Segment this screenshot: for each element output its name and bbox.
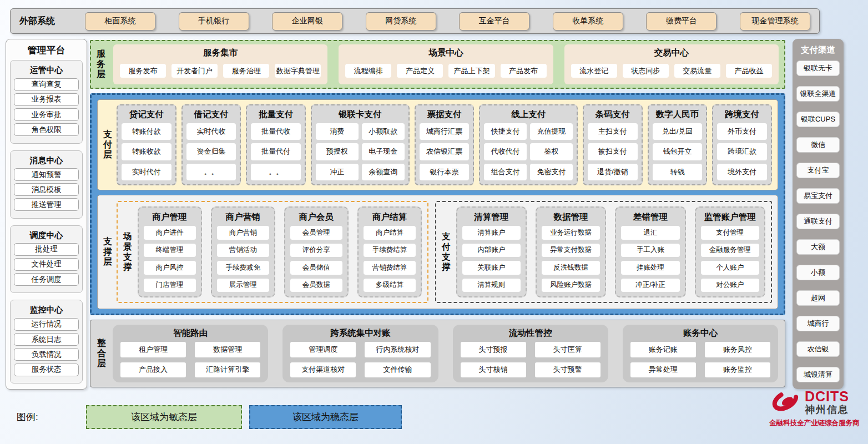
- payment-item-button[interactable]: 批量代收: [251, 123, 301, 140]
- support-item-button[interactable]: 异常支付数据: [542, 244, 600, 258]
- payment-item-button[interactable]: 境外支付: [717, 164, 767, 180]
- management-item-button[interactable]: 批处理: [14, 243, 79, 256]
- integration-item-button[interactable]: 头寸预报: [461, 342, 526, 357]
- support-item-button[interactable]: 门店管理: [144, 279, 196, 292]
- payment-item-button[interactable]: 转账收款: [122, 143, 171, 160]
- service-item-button[interactable]: 产品发布: [501, 64, 547, 78]
- payment-item-button[interactable]: 充值提现: [530, 123, 573, 140]
- integration-item-button[interactable]: 租户管理: [120, 342, 186, 357]
- service-item-button[interactable]: 流程编排: [345, 64, 391, 78]
- integration-item-button[interactable]: 汇路计算引擎: [195, 362, 260, 378]
- integration-item-button[interactable]: 支付渠道核对: [290, 362, 356, 378]
- payment-item-button[interactable]: 余额查询: [362, 164, 405, 180]
- support-item-button[interactable]: 商户结算: [364, 226, 416, 240]
- support-item-button[interactable]: 评价分享: [290, 244, 342, 258]
- payment-item-button[interactable]: 快捷支付: [484, 123, 527, 140]
- integration-item-button[interactable]: 异常处理: [630, 362, 696, 378]
- payment-channel-button[interactable]: 支付宝: [796, 163, 840, 178]
- support-item-button[interactable]: 会员管理: [290, 226, 342, 240]
- payment-item-button[interactable]: 鉴权: [530, 143, 573, 160]
- integration-item-button[interactable]: 管理调度: [290, 342, 356, 357]
- service-item-button[interactable]: 产品上下架: [448, 64, 494, 78]
- payment-channel-button[interactable]: 微信: [796, 137, 840, 153]
- support-item-button[interactable]: 商户进件: [144, 226, 196, 240]
- support-item-button[interactable]: 风险账户数据: [542, 279, 600, 292]
- support-item-button[interactable]: 关联账户: [462, 261, 521, 275]
- payment-channel-button[interactable]: 城商行: [796, 316, 840, 331]
- support-item-button[interactable]: 支付管理: [701, 226, 759, 240]
- support-item-button[interactable]: 个人账户: [701, 261, 759, 275]
- support-item-button[interactable]: 对公账户: [701, 279, 759, 292]
- integration-item-button[interactable]: 账务风控: [705, 342, 770, 357]
- service-item-button[interactable]: 流水登记: [571, 64, 617, 78]
- external-system-button[interactable]: 互金平台: [459, 12, 529, 31]
- management-item-button[interactable]: 消息模板: [14, 183, 79, 196]
- payment-item-button[interactable]: 。。: [251, 164, 301, 180]
- payment-channel-button[interactable]: 小额: [796, 265, 840, 280]
- payment-item-button[interactable]: 钱包开立: [653, 143, 703, 160]
- support-item-button[interactable]: 营销费结算: [364, 261, 416, 275]
- payment-channel-button[interactable]: 超网: [796, 290, 840, 306]
- integration-item-button[interactable]: 头寸匡算: [535, 342, 600, 357]
- integration-item-button[interactable]: 头寸预警: [535, 362, 600, 378]
- support-item-button[interactable]: 反洗钱数据: [542, 261, 600, 275]
- integration-item-button[interactable]: 文件传输: [365, 362, 430, 378]
- support-item-button[interactable]: 冲正/补正: [621, 279, 679, 292]
- support-item-button[interactable]: 展示管理: [217, 279, 269, 292]
- service-item-button[interactable]: 服务发布: [120, 64, 166, 78]
- integration-item-button[interactable]: 账务记账: [630, 342, 696, 357]
- support-item-button[interactable]: 商户风控: [144, 261, 196, 275]
- support-item-button[interactable]: 会员储值: [290, 261, 342, 275]
- support-item-button[interactable]: 终端管理: [144, 244, 196, 258]
- external-system-button[interactable]: 企业网银: [272, 12, 342, 31]
- support-item-button[interactable]: 清算账户: [462, 226, 521, 240]
- support-item-button[interactable]: 商户营销: [217, 226, 269, 240]
- external-system-button[interactable]: 柜面系统: [85, 12, 155, 31]
- external-system-button[interactable]: 缴费平台: [646, 12, 716, 31]
- service-item-button[interactable]: 服务治理: [223, 64, 269, 78]
- payment-item-button[interactable]: 冲正: [316, 164, 359, 180]
- support-item-button[interactable]: 挂账处理: [621, 261, 679, 275]
- support-item-button[interactable]: 手续费结算: [364, 244, 416, 258]
- management-item-button[interactable]: 角色权限: [14, 123, 79, 136]
- service-item-button[interactable]: 状态同步: [623, 64, 669, 78]
- management-item-button[interactable]: 查询查复: [14, 78, 79, 91]
- management-item-button[interactable]: 任务调度: [14, 273, 79, 286]
- management-item-button[interactable]: 通知预警: [14, 168, 79, 181]
- external-system-button[interactable]: 现金管理系统: [740, 12, 810, 31]
- support-item-button[interactable]: 业务运行数据: [542, 226, 600, 240]
- service-item-button[interactable]: 开发者门户: [171, 64, 218, 78]
- management-item-button[interactable]: 系统日志: [14, 333, 79, 346]
- management-item-button[interactable]: 业务报表: [14, 93, 79, 106]
- payment-item-button[interactable]: 代收代付: [484, 143, 527, 160]
- payment-item-button[interactable]: 免密支付: [530, 164, 573, 180]
- payment-item-button[interactable]: 外币支付: [717, 123, 767, 140]
- payment-channel-button[interactable]: 易宝支付: [796, 188, 840, 204]
- support-item-button[interactable]: 多级结算: [364, 279, 416, 292]
- payment-item-button[interactable]: 转钱: [653, 164, 703, 180]
- payment-item-button[interactable]: 城商行汇票: [420, 123, 470, 140]
- payment-item-button[interactable]: 主扫支付: [588, 123, 638, 140]
- service-item-button[interactable]: 交易流量: [674, 64, 720, 78]
- integration-item-button[interactable]: 数据管理: [195, 342, 260, 357]
- management-item-button[interactable]: 服务状态: [14, 364, 79, 376]
- support-item-button[interactable]: 营销活动: [217, 244, 269, 258]
- service-item-button[interactable]: 数据字典管理: [275, 64, 321, 78]
- payment-item-button[interactable]: 被扫支付: [588, 143, 638, 160]
- external-system-button[interactable]: 手机银行: [179, 12, 249, 31]
- payment-channel-button[interactable]: 银联全渠道: [796, 86, 840, 102]
- support-item-button[interactable]: 手续费减免: [217, 261, 269, 275]
- payment-item-button[interactable]: 组合支付: [484, 164, 527, 180]
- payment-item-button[interactable]: 跨境汇款: [717, 143, 767, 160]
- support-item-button[interactable]: 内部账户: [462, 244, 521, 258]
- support-item-button[interactable]: 金融服务管理: [701, 244, 759, 258]
- payment-channel-button[interactable]: 农信银: [796, 341, 840, 357]
- payment-item-button[interactable]: 银行本票: [420, 164, 470, 180]
- payment-item-button[interactable]: 退货/撤销: [588, 164, 638, 180]
- payment-channel-button[interactable]: 银联无卡: [796, 60, 840, 76]
- payment-item-button[interactable]: 批量代付: [251, 143, 301, 160]
- payment-channel-button[interactable]: 城银清算: [796, 367, 840, 382]
- payment-item-button[interactable]: 农信银汇票: [420, 143, 470, 160]
- support-item-button[interactable]: 会员数据: [290, 279, 342, 292]
- payment-item-button[interactable]: 。。: [186, 164, 236, 180]
